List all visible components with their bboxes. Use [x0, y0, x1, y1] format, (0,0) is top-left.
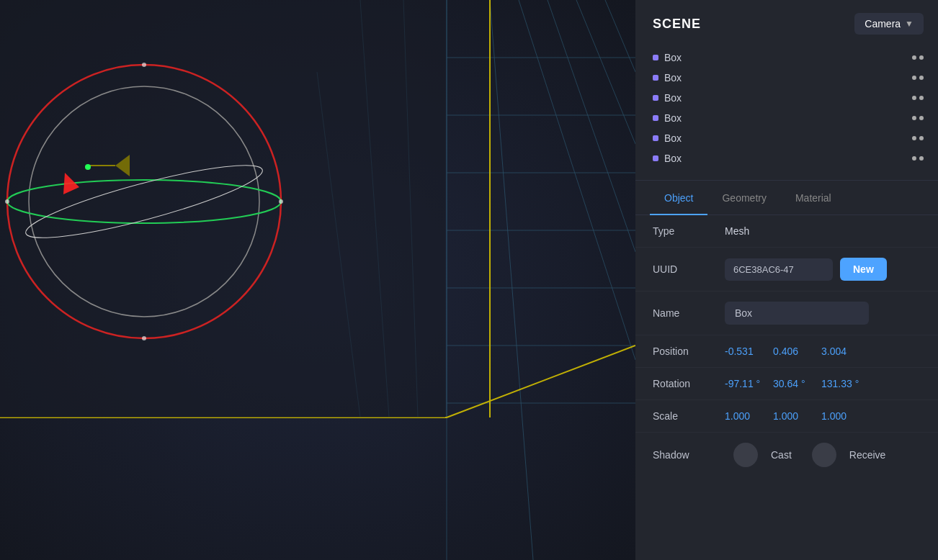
- receive-label: Receive: [849, 449, 886, 461]
- viewport-svg: [0, 0, 635, 560]
- item-dot1-5: [912, 156, 916, 161]
- receive-shadow-item: Receive: [812, 443, 886, 467]
- item-label-2: Box: [664, 92, 906, 104]
- position-label: Position: [653, 346, 725, 357]
- item-dot1-0: [912, 55, 916, 60]
- position-y[interactable]: 0.406: [773, 346, 813, 357]
- item-icon-1: [653, 75, 658, 81]
- item-dot1-3: [912, 116, 916, 120]
- item-dot2-2: [919, 96, 924, 100]
- item-label-3: Box: [664, 112, 906, 124]
- right-panel: SCENE Camera ▼ Box Box Box: [635, 0, 938, 560]
- position-coords: -0.531 0.406 3.004: [725, 346, 861, 357]
- tab-object[interactable]: Object: [650, 181, 707, 215]
- new-button[interactable]: New: [840, 258, 887, 281]
- receive-shadow-toggle[interactable]: [812, 443, 836, 467]
- rotation-row: Rotation -97.11 ° 30.64 ° 131.33 °: [635, 368, 938, 400]
- item-actions-2: [912, 96, 924, 100]
- item-actions-3: [912, 116, 924, 120]
- scale-row: Scale 1.000 1.000 1.000: [635, 400, 938, 433]
- item-actions-1: [912, 76, 924, 80]
- scale-y[interactable]: 1.000: [773, 410, 813, 422]
- position-x[interactable]: -0.531: [725, 346, 764, 357]
- viewport-3d[interactable]: [0, 0, 635, 560]
- scale-label: Scale: [653, 410, 725, 422]
- item-label-1: Box: [664, 72, 906, 83]
- name-input[interactable]: [725, 302, 869, 325]
- item-dot1-1: [912, 76, 916, 80]
- shadow-label: Shadow: [653, 449, 725, 461]
- uuid-label: UUID: [653, 263, 725, 275]
- scene-item-0[interactable]: Box: [647, 48, 929, 68]
- chevron-down-icon: ▼: [905, 19, 914, 29]
- item-dot1-4: [912, 136, 916, 140]
- item-dot2-5: [919, 156, 924, 161]
- rotation-label: Rotation: [653, 378, 725, 389]
- type-row: Type Mesh: [635, 215, 938, 248]
- name-row: Name: [635, 292, 938, 335]
- svg-point-30: [142, 63, 146, 67]
- item-icon-4: [653, 135, 658, 141]
- item-icon-2: [653, 95, 658, 101]
- item-label-5: Box: [664, 153, 906, 164]
- svg-rect-21: [0, 0, 445, 417]
- name-label: Name: [653, 307, 725, 319]
- rotation-coords: -97.11 ° 30.64 ° 131.33 °: [725, 378, 861, 389]
- item-icon-3: [653, 115, 658, 121]
- tab-material[interactable]: Material: [781, 181, 846, 215]
- uuid-input[interactable]: [725, 258, 833, 281]
- item-dot1-2: [912, 96, 916, 100]
- svg-point-29: [85, 164, 91, 170]
- item-dot2-3: [919, 116, 924, 120]
- camera-label: Camera: [865, 18, 901, 30]
- item-label-4: Box: [664, 132, 906, 144]
- cast-shadow-item: Cast: [733, 443, 792, 467]
- scale-coords: 1.000 1.000 1.000: [725, 410, 861, 422]
- item-actions-0: [912, 55, 924, 60]
- svg-point-33: [279, 199, 283, 204]
- item-actions-5: [912, 156, 924, 161]
- scene-item-4[interactable]: Box: [647, 128, 929, 148]
- camera-dropdown[interactable]: Camera ▼: [854, 13, 924, 35]
- properties-panel: Type Mesh UUID New Name Position -0.531 …: [635, 215, 938, 560]
- scene-list: Box Box Box Box: [635, 45, 938, 180]
- item-actions-4: [912, 136, 924, 140]
- svg-point-32: [5, 199, 9, 204]
- scene-item-5[interactable]: Box: [647, 148, 929, 168]
- scene-item-3[interactable]: Box: [647, 108, 929, 128]
- scale-x[interactable]: 1.000: [725, 410, 764, 422]
- item-dot2-0: [919, 55, 924, 60]
- tab-geometry[interactable]: Geometry: [707, 181, 780, 215]
- scene-header: SCENE Camera ▼: [635, 0, 938, 45]
- scale-z[interactable]: 1.000: [821, 410, 861, 422]
- uuid-row: UUID New: [635, 248, 938, 292]
- item-dot2-4: [919, 136, 924, 140]
- item-label-0: Box: [664, 52, 906, 63]
- svg-point-31: [142, 336, 146, 340]
- item-icon-0: [653, 55, 658, 60]
- cast-label: Cast: [771, 449, 792, 461]
- rotation-z[interactable]: 131.33 °: [821, 378, 861, 389]
- tabs-bar: ObjectGeometryMaterial: [635, 181, 938, 215]
- scene-title: SCENE: [653, 17, 701, 32]
- scene-item-2[interactable]: Box: [647, 88, 929, 108]
- rotation-y[interactable]: 30.64 °: [773, 378, 813, 389]
- item-icon-5: [653, 155, 658, 161]
- shadow-row: Shadow Cast Receive: [635, 433, 938, 477]
- position-row: Position -0.531 0.406 3.004: [635, 335, 938, 368]
- type-label: Type: [653, 225, 725, 237]
- position-z[interactable]: 3.004: [821, 346, 861, 357]
- type-value: Mesh: [725, 225, 749, 237]
- rotation-x[interactable]: -97.11 °: [725, 378, 764, 389]
- cast-shadow-toggle[interactable]: [733, 443, 758, 467]
- item-dot2-1: [919, 76, 924, 80]
- scene-item-1[interactable]: Box: [647, 68, 929, 88]
